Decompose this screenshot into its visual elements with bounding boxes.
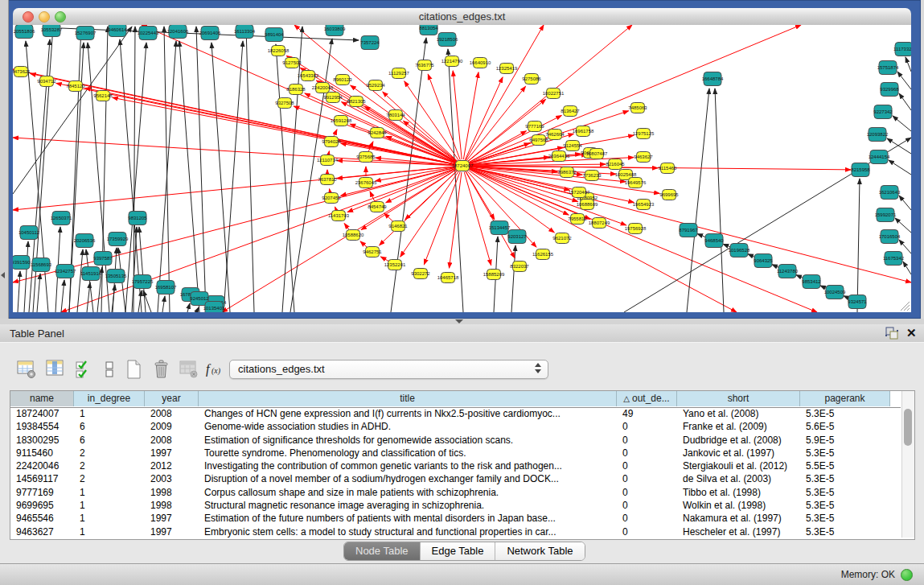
table-row[interactable]: 1830029562008Estimation of significance …: [10, 434, 901, 447]
table-cell: 9699695: [10, 499, 73, 512]
graph-node-label: 9831205: [128, 216, 147, 220]
float-panel-icon[interactable]: [885, 327, 899, 340]
tab-network-table[interactable]: Network Table: [495, 542, 584, 560]
graph-node-label: 17016504: [879, 234, 901, 239]
unchecked-rows-icon[interactable]: [100, 359, 121, 380]
close-panel-icon[interactable]: ✕: [906, 326, 917, 340]
table-cell: Stergiakouli et al. (2012): [677, 459, 799, 472]
graph-node-label: 9529234: [366, 83, 385, 88]
network-view-canvas[interactable]: 1872400710465718930227212352201946275110…: [13, 25, 911, 312]
column-header-name[interactable]: name: [10, 391, 74, 406]
graph-node-label: 11626155: [532, 252, 554, 257]
graph-node-label: 22420046: [312, 85, 334, 90]
graph-node-label: 7357224: [360, 40, 380, 45]
table-cell: 5.5E-5: [800, 459, 889, 472]
column-header-in_degree[interactable]: in_degree: [74, 391, 145, 406]
window-title: citations_edges.txt: [13, 10, 911, 23]
graph-node-label: 8821305: [347, 99, 366, 104]
table-cell: 2008: [145, 407, 198, 420]
table-cell: 0: [617, 512, 676, 525]
graph-node-label: 9327508: [275, 101, 294, 105]
delete-table-disabled-icon: [179, 359, 199, 380]
select-checked-rows-icon[interactable]: [74, 359, 95, 380]
table-cell: Tibbo et al. (1998): [677, 486, 799, 499]
graph-node-label: 8215958: [851, 167, 870, 172]
graph-node-label: 9397587: [93, 256, 113, 261]
table-cell: 2012: [145, 459, 198, 472]
graph-node-label: 8322037: [510, 264, 529, 269]
split-pane-divider[interactable]: [0, 319, 924, 324]
graph-node-label: 18226058: [268, 48, 290, 53]
table-cell: 49: [617, 407, 676, 420]
graph-node-label: 13505135: [105, 274, 127, 278]
node-table: namein_degreeyeartitle△out_de...shortpag…: [10, 390, 915, 540]
window-titlebar[interactable]: citations_edges.txt: [13, 8, 911, 26]
table-cell: 9465546: [10, 512, 73, 525]
graph-node-label: 10688609: [577, 202, 598, 207]
graph-node-label: 16543382: [298, 73, 319, 78]
table-row[interactable]: 2242004622012Investigating the contribut…: [10, 459, 901, 472]
table-row[interactable]: 1456911722003Disruption of a novel membe…: [10, 472, 901, 485]
graph-node-label: 8216045: [606, 162, 625, 167]
table-cell: 1: [74, 525, 144, 538]
table-row[interactable]: 1872400712008Changes of HCN gene express…: [10, 407, 901, 420]
graph-node-label: 9324571: [848, 299, 867, 304]
table-cell: 0: [617, 486, 676, 499]
right-panel-edge: [921, 0, 924, 319]
column-header-year[interactable]: year: [145, 391, 199, 406]
new-file-icon[interactable]: [124, 359, 145, 380]
split-pane-handle-icon[interactable]: [455, 319, 463, 323]
graph-node-label: 12352201: [384, 262, 406, 267]
column-header-pagerank[interactable]: pagerank: [800, 391, 890, 406]
graph-node-label: 12214790: [441, 59, 463, 64]
table-row[interactable]: 1938455462009Genome-wide association stu…: [10, 420, 901, 433]
column-header-out_de[interactable]: △out_de...: [617, 391, 677, 406]
graph-node-label: 9242844: [368, 130, 387, 135]
table-row[interactable]: 911546021997Tourette syndrome. Phenomeno…: [10, 447, 901, 459]
table-cell: 2009: [145, 420, 198, 433]
table-cell: 5.3E-5: [800, 486, 889, 499]
graph-node-label: 12342757: [55, 269, 76, 274]
tab-edge-table[interactable]: Edge Table: [421, 542, 496, 560]
panel-collapse-arrow-icon[interactable]: [1, 272, 5, 278]
table-cell: 0: [617, 420, 676, 433]
table-cell: Jankovic et al. (1997): [677, 447, 799, 459]
graph-node-label: 11568693: [31, 262, 52, 267]
graph-node-label: 8186328: [286, 87, 306, 92]
graph-node-label: 9621072: [552, 236, 572, 241]
table-row[interactable]: 969969511998Structural magnetic resonanc…: [10, 499, 901, 512]
graph-node-label: 15885209: [483, 272, 505, 277]
trash-icon[interactable]: [151, 359, 172, 380]
column-header-short[interactable]: short: [677, 391, 800, 406]
resize-grip-icon[interactable]: [900, 301, 910, 311]
select-column-icon[interactable]: [45, 359, 66, 380]
table-scrollbar[interactable]: [901, 391, 914, 538]
graph-node-label: 12444154: [869, 154, 890, 159]
table-cell: 5.3E-5: [800, 407, 889, 420]
graph-node-label: 9115460: [659, 166, 678, 171]
table-cell: 19384554: [10, 420, 73, 433]
table-cell: 9463627: [10, 525, 73, 538]
table-cell: 1997: [145, 512, 198, 525]
table-chooser-dropdown[interactable]: citations_edges.txt: [229, 360, 548, 379]
function-builder-icon[interactable]: f (x): [204, 359, 228, 380]
graph-node-label: 7986372: [557, 170, 577, 175]
table-row[interactable]: 977716911998Corpus callosum shape and si…: [10, 486, 901, 499]
table-cell: 2: [74, 472, 144, 485]
table-cell: 1: [74, 512, 144, 525]
table-row[interactable]: 946362711997Embryonic stem cells: a mode…: [10, 525, 901, 538]
table-panel-title: Table Panel: [10, 328, 64, 340]
graph-node-label: 10588620: [343, 233, 364, 237]
table-cell: Embryonic stem cells: a model to study s…: [199, 525, 616, 538]
graph-node-label: 7485063: [628, 105, 647, 110]
table-cell: Disruption of a novel member of a sodium…: [199, 472, 616, 485]
graph-node-label: 10553287: [41, 27, 63, 32]
column-header-title[interactable]: title: [199, 391, 617, 406]
left-panel-edge: [0, 0, 9, 319]
tab-node-table[interactable]: Node Table: [344, 542, 421, 560]
scrollbar-thumb[interactable]: [904, 409, 912, 446]
table-row[interactable]: 946554611997Estimation of the future num…: [10, 512, 901, 525]
graph-node-label: 10196528: [729, 248, 750, 253]
table-settings-icon[interactable]: [16, 359, 37, 380]
network-canvas-svg: 1872400710465718930227212352201946275110…: [13, 25, 911, 312]
